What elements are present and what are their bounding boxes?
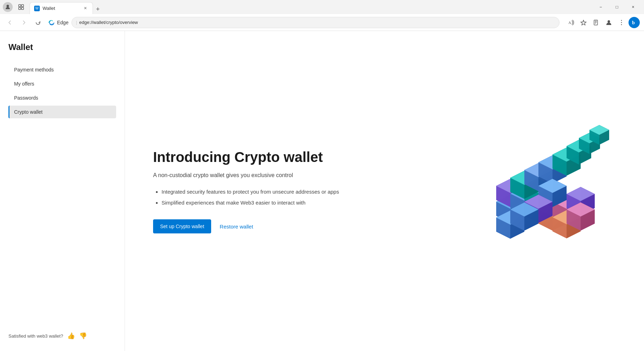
svg-rect-3 [19,7,21,10]
tab-favicon: W [34,6,40,11]
svg-rect-1 [19,5,21,7]
title-bar: W Wallet ✕ + − □ × [0,0,644,14]
feature-list: Integrated security features to protect … [153,188,339,207]
window-controls: − □ × [593,0,641,14]
sidebar-nav: Payment methods My offers Passwords Cryp… [8,63,116,118]
feedback-label: Satisfied with web3 wallet? [8,333,63,339]
collections-icon[interactable] [591,17,602,28]
svg-rect-4 [21,7,24,10]
sidebar-title: Wallet [8,42,116,52]
thumbs-down-icon[interactable]: 👎 [79,332,87,340]
setup-crypto-wallet-button[interactable]: Set up Crypto wallet [153,219,211,233]
svg-rect-6 [594,20,598,25]
more-tools-icon[interactable] [616,17,627,28]
action-buttons: Set up Crypto wallet Restore wallet [153,219,339,233]
favorites-icon[interactable] [578,17,589,28]
svg-point-0 [7,5,9,7]
close-button[interactable]: × [625,0,641,14]
edge-logo: Edge [48,19,69,26]
main-content: Introducing Crypto wallet A non-custodia… [125,31,644,351]
svg-point-9 [621,22,622,23]
thumbs-up-icon[interactable]: 👍 [67,332,75,340]
read-aloud-icon[interactable]: A [565,17,576,28]
new-tab-button[interactable]: + [93,4,103,14]
svg-point-8 [621,20,622,21]
url-display: edge://wallet/crypto/overview [79,20,138,25]
tab-grid-button[interactable] [15,1,27,13]
restore-wallet-link[interactable]: Restore wallet [220,224,253,230]
svg-text:A: A [568,20,571,25]
sidebar-item-crypto-wallet[interactable]: Crypto wallet [8,106,116,118]
forward-button[interactable] [18,17,30,28]
svg-point-10 [621,24,622,25]
nav-icons: A [565,17,640,28]
profile-menu-icon[interactable] [603,17,614,28]
tab-strip: W Wallet ✕ + [30,0,590,14]
browser-content: Wallet Payment methods My offers Passwor… [0,31,644,351]
svg-point-7 [608,20,610,23]
intro-title: Introducing Crypto wallet [153,149,339,165]
sidebar-item-passwords[interactable]: Passwords [8,92,116,104]
profile-icon[interactable] [3,2,13,12]
maximize-button[interactable]: □ [609,0,625,14]
edge-label: Edge [57,20,69,25]
svg-text:b: b [632,20,635,25]
refresh-button[interactable] [32,17,44,28]
back-button[interactable] [4,17,15,28]
minimize-button[interactable]: − [593,0,609,14]
wallet-tab[interactable]: W Wallet ✕ [30,2,93,14]
svg-rect-2 [21,5,24,7]
feature-item-1: Integrated security features to protect … [162,188,339,196]
tab-label: Wallet [43,6,55,11]
tab-close-button[interactable]: ✕ [82,5,88,12]
sidebar-item-my-offers[interactable]: My offers [8,77,116,90]
bing-copilot-icon[interactable]: b [629,17,640,28]
intro-subtitle: A non-custodial crypto wallet gives you … [153,171,339,180]
crypto-illustration [468,117,616,265]
address-bar[interactable]: | edge://wallet/crypto/overview [71,17,560,28]
intro-section: Introducing Crypto wallet A non-custodia… [153,149,339,233]
sidebar-item-payment-methods[interactable]: Payment methods [8,63,116,76]
nav-bar: Edge | edge://wallet/crypto/overview A [0,14,644,31]
sidebar-footer: Satisfied with web3 wallet? 👍 👎 [8,332,116,340]
sidebar: Wallet Payment methods My offers Passwor… [0,31,125,351]
url-separator: | [76,20,77,25]
feature-item-2: Simplified experiences that make Web3 ea… [162,199,339,207]
